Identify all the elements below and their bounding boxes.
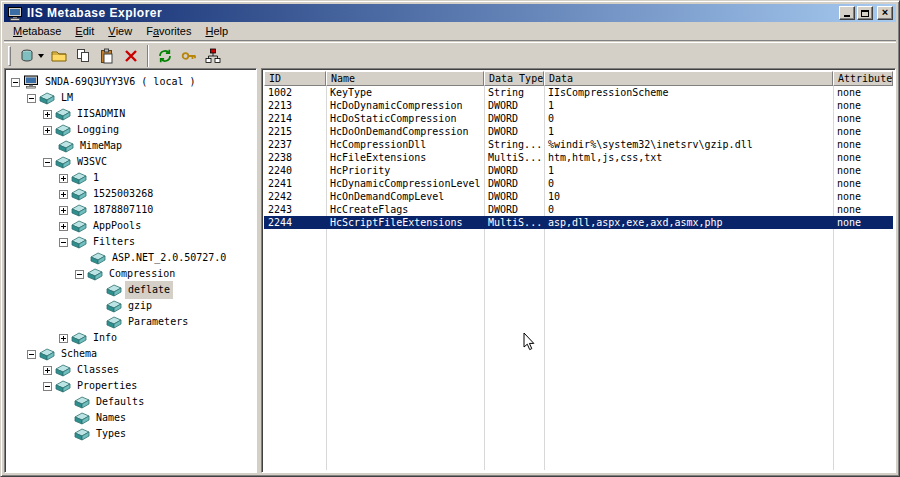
tree-item-1878807110[interactable]: 1878807110: [7, 202, 254, 218]
table-row-2241[interactable]: 2241HcDynamicCompressionLevelDWORD0none: [264, 177, 893, 190]
cell-attributes: none: [833, 86, 893, 99]
table-row-2214[interactable]: 2214HcDoStaticCompressionDWORD0none: [264, 112, 893, 125]
metabase-key-icon: [55, 107, 71, 121]
expander-plus-icon[interactable]: [59, 334, 68, 343]
table-row-2215[interactable]: 2215HcDoOnDemandCompressionDWORD1none: [264, 125, 893, 138]
table-row-2238[interactable]: 2238HcFileExtensionsMultiS...htm,html,js…: [264, 151, 893, 164]
tree-item-1525003268[interactable]: 1525003268: [7, 186, 254, 202]
expander-plus-icon[interactable]: [43, 126, 52, 135]
tree-item-gzip[interactable]: gzip: [7, 298, 254, 314]
open-button[interactable]: [47, 44, 71, 68]
close-button[interactable]: ×: [877, 6, 893, 20]
close-icon: ×: [882, 7, 888, 18]
metabase-key-icon: [71, 331, 87, 345]
connect-button[interactable]: [16, 44, 47, 68]
cell-name: HcCompressionDll: [326, 138, 484, 151]
metabase-key-icon: [71, 219, 87, 233]
list-panel: IDNameData TypeDataAttributes 1002KeyTyp…: [261, 68, 896, 473]
tree-item-info[interactable]: Info: [7, 330, 254, 346]
menu-favorites[interactable]: Favorites: [139, 22, 198, 40]
table-row-2242[interactable]: 2242HcOnDemandCompLevelDWORD10none: [264, 190, 893, 203]
tree-item-classes[interactable]: Classes: [7, 362, 254, 378]
tree-item-lm[interactable]: LM: [7, 90, 254, 106]
expander-plus-icon[interactable]: [59, 174, 68, 183]
delete-button[interactable]: [119, 44, 143, 68]
expander-minus-icon[interactable]: [59, 238, 68, 247]
column-header-name[interactable]: Name: [326, 71, 484, 86]
tree-item-mimemap[interactable]: MimeMap: [7, 138, 254, 154]
tree-item-defaults[interactable]: Defaults: [7, 394, 254, 410]
app-icon: [7, 6, 23, 21]
tree-panel: SNDA-69Q3UYY3V6 ( local )LMIISADMINLoggi…: [4, 68, 257, 473]
menu-metabase[interactable]: Metabase: [6, 22, 68, 40]
expander-minus-icon[interactable]: [75, 270, 84, 279]
copy-button[interactable]: [71, 44, 95, 68]
expander-plus-icon[interactable]: [59, 190, 68, 199]
table-row-1002[interactable]: 1002KeyTypeStringIIsCompressionSchemenon…: [264, 86, 893, 99]
tree-item-iisadmin[interactable]: IISADMIN: [7, 106, 254, 122]
dropdown-arrow-icon[interactable]: [38, 54, 44, 58]
table-row-2213[interactable]: 2213HcDoDynamicCompressionDWORD1none: [264, 99, 893, 112]
tree-item-apppools[interactable]: AppPools: [7, 218, 254, 234]
tree-item-1[interactable]: 1: [7, 170, 254, 186]
maximize-button[interactable]: [857, 6, 873, 20]
cell-data: 0: [544, 177, 833, 190]
tree-item-properties[interactable]: Properties: [7, 378, 254, 394]
expander-minus-icon[interactable]: [27, 350, 36, 359]
metabase-key-icon: [71, 235, 87, 249]
tree-item-names[interactable]: Names: [7, 410, 254, 426]
column-header-id[interactable]: ID: [264, 71, 326, 86]
table-row-2243[interactable]: 2243HcCreateFlagsDWORD0none: [264, 203, 893, 216]
menu-edit[interactable]: Edit: [68, 22, 101, 40]
title-bar[interactable]: IIS Metabase Explorer ×: [4, 4, 896, 22]
metabase-key-icon: [55, 155, 71, 169]
column-header-attributes[interactable]: Attributes: [833, 71, 893, 86]
cell-name: KeyType: [326, 86, 484, 99]
tree-item-w3svc[interactable]: W3SVC: [7, 154, 254, 170]
expander-minus-icon[interactable]: [11, 78, 20, 87]
tree-item-deflate[interactable]: deflate: [7, 282, 254, 298]
tree-item-snda-69q3uyy3v6-local[interactable]: SNDA-69Q3UYY3V6 ( local ): [7, 74, 254, 90]
refresh-button[interactable]: [153, 44, 177, 68]
security-button[interactable]: [177, 44, 201, 68]
expander-plus-icon[interactable]: [43, 110, 52, 119]
delete-icon: [123, 48, 139, 64]
table-row-2244[interactable]: 2244HcScriptFileExtensionsMultiS...asp,d…: [264, 216, 893, 229]
tree-item-schema[interactable]: Schema: [7, 346, 254, 362]
cell-data: 0: [544, 203, 833, 216]
expander-plus-icon[interactable]: [59, 222, 68, 231]
minimize-button[interactable]: [839, 6, 855, 20]
tree-item-logging[interactable]: Logging: [7, 122, 254, 138]
toolbar-grip[interactable]: [8, 46, 11, 66]
tree-item-asp-net-2-0-50727-0[interactable]: ASP.NET_2.0.50727.0: [7, 250, 254, 266]
cell-name: HcPriority: [326, 164, 484, 177]
permissions-button[interactable]: [201, 44, 225, 68]
expander-minus-icon[interactable]: [43, 382, 52, 391]
cell-attributes: none: [833, 177, 893, 190]
cell-data-type: DWORD: [484, 99, 544, 112]
table-row-2240[interactable]: 2240HcPriorityDWORD1none: [264, 164, 893, 177]
cell-name: HcDoDynamicCompression: [326, 99, 484, 112]
tree-item-filters[interactable]: Filters: [7, 234, 254, 250]
menu-help[interactable]: Help: [198, 22, 235, 40]
cell-attributes: none: [833, 112, 893, 125]
cell-id: 2244: [264, 216, 326, 229]
metabase-key-icon: [71, 203, 87, 217]
expander-minus-icon[interactable]: [27, 94, 36, 103]
tree-item-compression[interactable]: Compression: [7, 266, 254, 282]
metabase-key-icon: [87, 267, 103, 281]
column-header-data-type[interactable]: Data Type: [484, 71, 544, 86]
cell-name: HcFileExtensions: [326, 151, 484, 164]
paste-button[interactable]: [95, 44, 119, 68]
tree-item-parameters[interactable]: Parameters: [7, 314, 254, 330]
computer-icon: [23, 75, 39, 89]
table-row-2237[interactable]: 2237HcCompressionDllString...%windir%\sy…: [264, 138, 893, 151]
column-header-data[interactable]: Data: [544, 71, 833, 86]
cell-id: 2240: [264, 164, 326, 177]
tree-item-types[interactable]: Types: [7, 426, 254, 442]
cell-name: HcScriptFileExtensions: [326, 216, 484, 229]
expander-plus-icon[interactable]: [59, 206, 68, 215]
expander-minus-icon[interactable]: [43, 158, 52, 167]
menu-view[interactable]: View: [101, 22, 139, 40]
expander-plus-icon[interactable]: [43, 366, 52, 375]
